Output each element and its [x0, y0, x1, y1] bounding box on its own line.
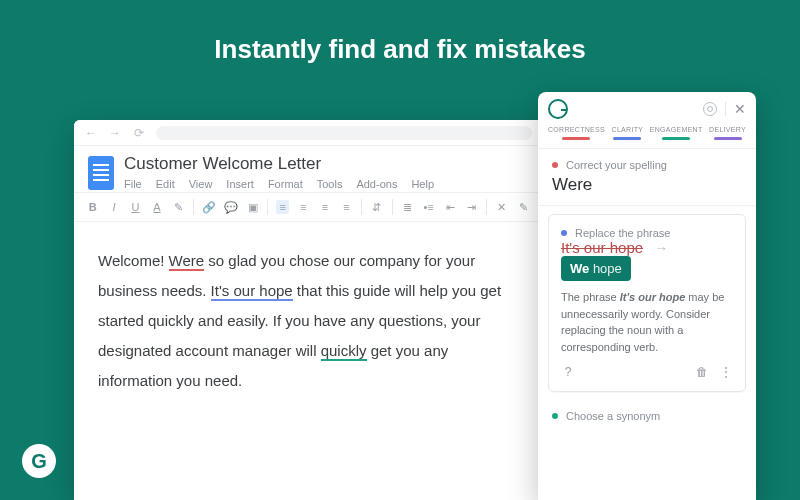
nav-refresh-icon[interactable]: ⟳: [132, 126, 146, 140]
dot-icon: [552, 413, 558, 419]
text-color-icon[interactable]: A: [150, 200, 163, 214]
tab-label: CLARITY: [612, 126, 644, 133]
dot-icon: [561, 230, 567, 236]
suggestion-card-spelling[interactable]: Correct your spelling Were: [538, 149, 756, 206]
explanation-text: The phrase It's our hope may be unnecess…: [561, 289, 733, 355]
grammarly-logo-icon: [548, 99, 568, 119]
grammarly-panel: ✕ CORRECTNESS CLARITY ENGAGEMENT DELIVER…: [538, 92, 756, 500]
trash-icon[interactable]: 🗑: [695, 365, 709, 379]
menu-format[interactable]: Format: [268, 178, 303, 190]
toolbar: B I U A ✎ 🔗 💬 ▣ ≡ ≡ ≡ ≡ ⇵ ≣ •≡ ⇤ ⇥ ✕ ✎: [74, 192, 542, 222]
tab-label: CORRECTNESS: [548, 126, 605, 133]
category-tabs: CORRECTNESS CLARITY ENGAGEMENT DELIVERY: [538, 126, 756, 149]
menu-file[interactable]: File: [124, 178, 142, 190]
edit-mode-icon[interactable]: ✎: [517, 200, 530, 214]
bulleted-list-icon[interactable]: •≡: [422, 200, 435, 214]
separator-icon: [361, 199, 362, 215]
menu-tools[interactable]: Tools: [317, 178, 343, 190]
underline-icon[interactable]: U: [129, 200, 142, 214]
panel-top: ✕: [538, 92, 756, 126]
tab-label: ENGAGEMENT: [650, 126, 703, 133]
close-icon[interactable]: ✕: [734, 101, 746, 117]
indent-icon[interactable]: ⇥: [465, 200, 478, 214]
browser-bar: ← → ⟳: [74, 120, 542, 146]
arrow-right-icon: →: [654, 240, 668, 256]
align-center-icon[interactable]: ≡: [297, 200, 310, 214]
doc-text: Welcome!: [98, 252, 169, 269]
headline: Instantly find and fix mistakes: [0, 0, 800, 65]
outdent-icon[interactable]: ⇤: [443, 200, 456, 214]
strike-text: It's our hope: [561, 239, 643, 256]
document-window: ← → ⟳ Customer Welcome Letter File Edit …: [74, 120, 542, 500]
clear-format-icon[interactable]: ✕: [495, 200, 508, 214]
suggestion-card-clarity[interactable]: Replace the phrase It's our hope → We ho…: [548, 214, 746, 392]
menu-addons[interactable]: Add-ons: [356, 178, 397, 190]
tab-label: DELIVERY: [709, 126, 746, 133]
tab-clarity[interactable]: CLARITY: [612, 126, 644, 140]
menu-view[interactable]: View: [189, 178, 213, 190]
info-icon[interactable]: ?: [561, 365, 575, 379]
error-clarity[interactable]: It's our hope: [211, 282, 293, 301]
separator-icon: [486, 199, 487, 215]
separator-icon: [193, 199, 194, 215]
numbered-list-icon[interactable]: ≣: [400, 200, 413, 214]
italic-icon[interactable]: I: [107, 200, 120, 214]
nav-back-icon[interactable]: ←: [84, 126, 98, 140]
doc-menu: File Edit View Insert Format Tools Add-o…: [124, 178, 434, 190]
card-label: Correct your spelling: [566, 159, 667, 171]
tab-engagement[interactable]: ENGAGEMENT: [650, 126, 703, 140]
bold-icon[interactable]: B: [86, 200, 99, 214]
bar-icon: [662, 137, 690, 140]
bar-icon: [714, 137, 742, 140]
url-bar[interactable]: [156, 126, 532, 140]
dot-icon: [552, 162, 558, 168]
tab-delivery[interactable]: DELIVERY: [709, 126, 746, 140]
tab-correctness[interactable]: CORRECTNESS: [548, 126, 605, 140]
align-justify-icon[interactable]: ≡: [340, 200, 353, 214]
bar-icon: [613, 137, 641, 140]
more-icon[interactable]: ⋮: [719, 365, 733, 379]
align-left-icon[interactable]: ≡: [276, 200, 288, 214]
menu-insert[interactable]: Insert: [226, 178, 254, 190]
bar-icon: [562, 137, 590, 140]
suggest-rest: hope: [589, 261, 622, 276]
error-engagement[interactable]: quickly: [321, 342, 367, 361]
card-label: Replace the phrase: [575, 227, 670, 239]
highlight-icon[interactable]: ✎: [172, 200, 185, 214]
doc-title[interactable]: Customer Welcome Letter: [124, 154, 434, 174]
comment-icon[interactable]: 💬: [224, 200, 238, 214]
suggestion-card-synonym[interactable]: Choose a synonym: [538, 400, 756, 432]
menu-help[interactable]: Help: [411, 178, 434, 190]
goals-icon[interactable]: [703, 102, 717, 116]
suggest-bold: We: [570, 261, 589, 276]
card-footer: ? 🗑 ⋮: [561, 365, 733, 379]
google-docs-icon: [88, 156, 114, 190]
link-icon[interactable]: 🔗: [202, 200, 216, 214]
divider-icon: [725, 102, 726, 116]
nav-forward-icon[interactable]: →: [108, 126, 122, 140]
grammarly-logo-corner: G: [22, 444, 56, 478]
card-word: Were: [552, 175, 742, 195]
error-spelling[interactable]: Were: [169, 252, 205, 271]
line-spacing-icon[interactable]: ⇵: [370, 200, 383, 214]
separator-icon: [267, 199, 268, 215]
align-right-icon[interactable]: ≡: [318, 200, 331, 214]
image-icon[interactable]: ▣: [246, 200, 259, 214]
doc-header: Customer Welcome Letter File Edit View I…: [74, 146, 542, 192]
menu-edit[interactable]: Edit: [156, 178, 175, 190]
apply-suggestion-button[interactable]: We hope: [561, 256, 631, 281]
card-label: Choose a synonym: [566, 410, 660, 422]
separator-icon: [392, 199, 393, 215]
doc-body[interactable]: Welcome! Were so glad you chose our comp…: [74, 222, 542, 396]
